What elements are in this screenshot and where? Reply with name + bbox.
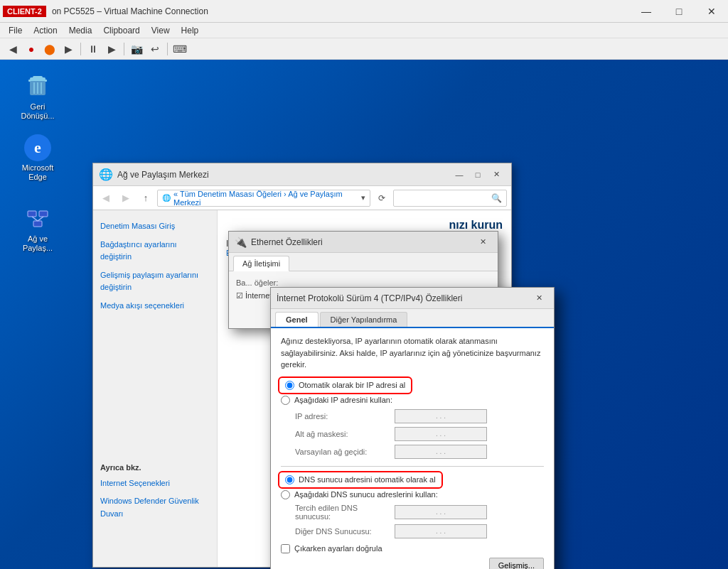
- ag-sidebar: Denetim Masası Giriş Bağdaştırıcı ayarla…: [93, 210, 218, 567]
- address-field[interactable]: 🌐 « Tüm Denetim Masası Öğeleri › Ağ ve P…: [157, 190, 370, 207]
- menu-bar: File Action Media Clipboard View Help: [0, 23, 728, 38]
- toolbar-play[interactable]: ▶: [103, 40, 120, 58]
- addr-text: « Tüm Denetim Masası Öğeleri › Ağ ve Pay…: [173, 190, 358, 207]
- menu-action[interactable]: Action: [28, 24, 63, 37]
- manual-ip-label: Aşağıdaki IP adresini kullan:: [294, 396, 392, 404]
- title-text: on PC5525 – Virtual Machine Connection: [49, 6, 630, 16]
- sidebar-sharing[interactable]: Gelişmiş paylaşım ayarlarını değiştirin: [93, 266, 217, 297]
- manual-dns-row: Aşağıdaki DNS sunucu adreslerini kullan:: [281, 490, 544, 499]
- advanced-row: Gelişmiş...: [281, 558, 544, 570]
- ag-title-bar: 🌐 Ağ ve Paylaşım Merkezi — □ ✕: [93, 163, 511, 186]
- ip-address-label: IP adresi:: [295, 412, 395, 421]
- gateway-input[interactable]: . . .: [395, 445, 487, 459]
- toolbar-screenshot[interactable]: 📷: [128, 40, 145, 58]
- toolbar-stop-orange[interactable]: ⬤: [41, 40, 58, 58]
- preferred-dns-input[interactable]: . . .: [395, 505, 487, 519]
- toolbar-back[interactable]: ◀: [4, 40, 21, 58]
- dns-radio-group: DNS sunucu adresini otomatik olarak al A…: [281, 474, 544, 538]
- alternate-dns-row: Diğer DNS Sunucusu: . . .: [281, 524, 544, 538]
- ag-close-btn[interactable]: ✕: [487, 167, 505, 183]
- gateway-label: Varsayılan ağ geçidi:: [295, 448, 395, 456]
- addr-dropdown[interactable]: ▾: [361, 193, 365, 202]
- svg-rect-1: [33, 76, 43, 79]
- manual-ip-radio[interactable]: [281, 396, 290, 405]
- recycle-label: GeriDönüşü...: [21, 102, 54, 121]
- toolbar-forward[interactable]: ▶: [60, 40, 77, 58]
- edge-label: MicrosoftEdge: [22, 163, 54, 182]
- svg-line-10: [32, 217, 38, 221]
- title-bar: CLIENT-2 on PC5525 – Virtual Machine Con…: [0, 0, 728, 23]
- tcp-body: Ağınız destekliyorsa, IP ayarlarının oto…: [271, 328, 554, 569]
- tcp-description: Ağınız destekliyorsa, IP ayarlarının oto…: [281, 335, 544, 371]
- toolbar-pause[interactable]: ⏸: [85, 40, 102, 58]
- sidebar-control-panel[interactable]: Denetim Masası Giriş: [93, 217, 217, 236]
- menu-media[interactable]: Media: [63, 24, 98, 37]
- validate-label: Çıkarken ayarları doğrula: [294, 544, 382, 553]
- ip-address-input[interactable]: . . .: [395, 409, 487, 423]
- edge-icon: e: [23, 134, 52, 162]
- toolbar-stop-red[interactable]: ●: [23, 40, 40, 58]
- ag-minimize-btn[interactable]: —: [450, 167, 469, 183]
- tcp-title: İnternet Protokolü Sürüm 4 (TCP/IPv4) Öz…: [277, 293, 530, 303]
- tab-diger[interactable]: Diğer Yapılandırma: [320, 312, 408, 327]
- menu-view[interactable]: View: [146, 24, 176, 37]
- setup-text: nızı kurun: [449, 219, 503, 232]
- refresh-btn[interactable]: ⟳: [373, 190, 390, 207]
- fwd-btn[interactable]: ▶: [117, 190, 134, 207]
- toolbar-undo[interactable]: ↩: [146, 40, 164, 58]
- back-btn[interactable]: ◀: [97, 190, 114, 207]
- toolbar-keyboard[interactable]: ⌨: [171, 40, 188, 58]
- toolbar-sep3: [167, 43, 168, 55]
- tcp-title-bar: İnternet Protokolü Sürüm 4 (TCP/IPv4) Öz…: [271, 288, 554, 309]
- menu-file[interactable]: File: [3, 24, 28, 37]
- tcp-close-btn[interactable]: ✕: [530, 291, 548, 306]
- ethernet-close-btn[interactable]: ✕: [473, 234, 492, 250]
- menu-clipboard[interactable]: Clipboard: [97, 24, 145, 37]
- subnet-input[interactable]: . . .: [395, 427, 487, 441]
- validate-checkbox[interactable]: [281, 544, 290, 553]
- desktop-icon-recycle[interactable]: GeriDönüşü...: [13, 70, 63, 124]
- auto-ip-radio[interactable]: [285, 381, 294, 390]
- ethernet-items-label: Ba... öğeler:: [236, 278, 491, 287]
- window-controls: — □ ✕: [630, 0, 728, 23]
- auto-ip-label: Otomatik olarak bir IP adresi al: [299, 381, 405, 389]
- validate-row: Çıkarken ayarları doğrula: [281, 544, 544, 553]
- desktop: GeriDönüşü... e MicrosoftEdge Ağ vePayla…: [0, 60, 728, 569]
- auto-dns-row: DNS sunucu adresini otomatik olarak al: [281, 474, 440, 486]
- ag-maximize-btn[interactable]: □: [469, 167, 487, 183]
- subnet-row: Alt ağ maskesi: . . .: [281, 427, 544, 441]
- sidebar-also: Ayrıca bkz.: [93, 457, 217, 475]
- sidebar-defender[interactable]: Windows Defender Güvenlik Duvarı: [93, 492, 217, 523]
- preferred-dns-row: Tercih edilen DNS sunucusu: . . .: [281, 504, 544, 521]
- maximize-button[interactable]: □: [663, 0, 695, 23]
- toolbar: ◀ ● ⬤ ▶ ⏸ ▶ 📷 ↩ ⌨: [0, 38, 728, 60]
- alternate-dns-input[interactable]: . . .: [395, 524, 487, 538]
- sidebar-media[interactable]: Medya akışı seçenekleri: [93, 297, 217, 315]
- desktop-icon-edge[interactable]: e MicrosoftEdge: [13, 131, 63, 185]
- search-icon: 🔍: [491, 193, 502, 203]
- auto-dns-radio[interactable]: [285, 475, 294, 484]
- auto-ip-row: Otomatik olarak bir IP adresi al: [281, 379, 410, 391]
- svg-rect-7: [28, 211, 36, 217]
- svg-rect-8: [39, 211, 48, 217]
- manual-dns-radio[interactable]: [281, 490, 290, 499]
- auto-dns-label: DNS sunucu adresini otomatik olarak al: [299, 475, 436, 484]
- tab-genel[interactable]: Genel: [275, 312, 318, 327]
- ag-address-bar: ◀ ▶ ↑ 🌐 « Tüm Denetim Masası Öğeleri › A…: [93, 186, 511, 210]
- tab-ag-iletisimi[interactable]: Ağ İletişimi: [233, 256, 289, 271]
- tcp-dialog: İnternet Protokolü Sürüm 4 (TCP/IPv4) Öz…: [270, 287, 555, 569]
- desktop-icon-network[interactable]: Ağ vePaylaş...: [13, 202, 63, 256]
- gateway-row: Varsayılan ağ geçidi: . . .: [281, 445, 544, 459]
- sidebar-adapter[interactable]: Bağdaştırıcı ayarlarını değiştirin: [93, 236, 217, 266]
- search-box[interactable]: 🔍: [393, 190, 507, 207]
- minimize-button[interactable]: —: [630, 0, 663, 23]
- up-btn[interactable]: ↑: [137, 190, 154, 207]
- advanced-btn[interactable]: Gelişmiş...: [489, 558, 544, 570]
- manual-dns-label: Aşağıdaki DNS sunucu adreslerini kullan:: [294, 490, 438, 499]
- network-icon: [23, 205, 52, 233]
- ip-address-row: IP adresi: . . .: [281, 409, 544, 423]
- menu-help[interactable]: Help: [176, 24, 205, 37]
- close-button[interactable]: ✕: [695, 0, 728, 23]
- ip-radio-group: Otomatik olarak bir IP adresi al Aşağıda…: [281, 379, 544, 459]
- sidebar-internet-options[interactable]: Internet Seçenekleri: [93, 475, 217, 493]
